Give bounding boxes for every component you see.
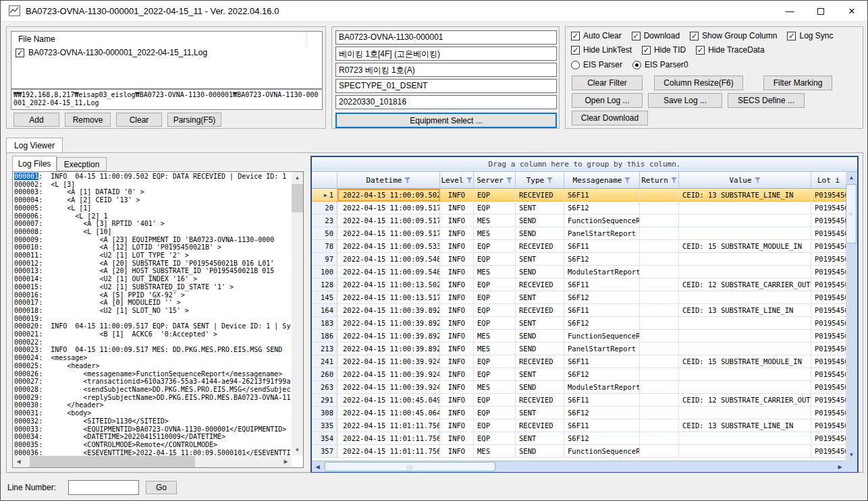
grid-cell[interactable]: S6F12: [564, 291, 640, 304]
grid-cell[interactable]: ModuleStartReport: [564, 266, 640, 278]
grid-cell[interactable]: INFO: [440, 419, 474, 432]
scrollbar-thumb[interactable]: [292, 184, 303, 212]
scroll-down-icon[interactable]: ▼: [846, 449, 857, 461]
log-line[interactable]: 000035: <CONTROLMODE>Remote</CONTROLMODE…: [14, 441, 292, 449]
open-log-button[interactable]: Open Log ...: [572, 93, 643, 108]
grid-header-lot-i[interactable]: Lot i: [811, 172, 846, 189]
log-line[interactable]: 000030: </header>: [14, 401, 292, 409]
grid-cell[interactable]: MES: [474, 330, 516, 343]
grid-cell[interactable]: P0195450: [811, 266, 846, 278]
grid-cell[interactable]: S6F11: [564, 240, 640, 253]
grid-cell[interactable]: INFO: [440, 214, 474, 227]
grid-cell[interactable]: 186: [312, 330, 337, 343]
grid-cell[interactable]: MES: [474, 214, 516, 227]
clear-button[interactable]: Clear: [116, 113, 162, 127]
grid-cell[interactable]: RECEVIED: [516, 419, 564, 432]
grid-cell[interactable]: EQP: [474, 240, 516, 253]
radio-eis-parser[interactable]: EIS Parser: [571, 60, 622, 69]
grid-cell[interactable]: S6F12: [564, 368, 640, 381]
checkbox-log-sync[interactable]: ✓Log Sync: [787, 31, 833, 40]
grid-cell[interactable]: 2022-04-15 11:00:39.924: [337, 381, 440, 394]
grid-cell[interactable]: [679, 432, 811, 445]
grid-cell[interactable]: 78: [312, 240, 337, 253]
grid-row[interactable]: 2412022-04-15 11:00:39.924INFOEQPRECEVIE…: [312, 355, 846, 368]
grid-cell[interactable]: P0195450: [811, 432, 846, 445]
grid-cell[interactable]: 2022-04-15 11:01:11.756: [337, 432, 440, 445]
log-text-area[interactable]: 000001: INFO 04-15 11:00:09.502 EQP: DAT…: [13, 172, 292, 456]
line-number-input[interactable]: [68, 480, 139, 495]
grid-cell[interactable]: P0195450: [811, 355, 846, 368]
grid-cell[interactable]: [640, 304, 679, 317]
scroll-up-icon[interactable]: ▲: [292, 172, 303, 183]
grid-header-return[interactable]: Return: [640, 172, 679, 189]
grid-cell[interactable]: SENT: [516, 253, 564, 266]
grid-cell[interactable]: P0195450: [811, 189, 846, 202]
filter-funnel-icon[interactable]: [506, 177, 512, 183]
tab-log-viewer[interactable]: Log Viewer: [6, 138, 63, 153]
log-line[interactable]: 000016: <A [5] PPID 'GX-92' >: [14, 291, 292, 299]
equipment-name-field[interactable]: 베이킹 1호[4F] (고온베이킹): [335, 47, 557, 61]
grid-cell[interactable]: 308: [312, 407, 337, 419]
grid-cell[interactable]: INFO: [440, 304, 474, 317]
grid-cell[interactable]: [640, 227, 679, 240]
checkbox-hide-linktest[interactable]: ✓Hide LinkTest: [571, 45, 632, 55]
grid-cell[interactable]: EQP: [474, 394, 516, 407]
grid-cell[interactable]: 2022-04-15 11:00:09.502: [337, 189, 440, 202]
grid-cell[interactable]: RECEVIED: [516, 304, 564, 317]
grid-cell[interactable]: [679, 381, 811, 394]
grid-cell[interactable]: 2022-04-15 11:00:09.548: [337, 266, 440, 278]
grid-cell[interactable]: INFO: [440, 445, 474, 458]
grid-cell[interactable]: P0195450: [811, 317, 846, 330]
log-line[interactable]: 000020: INFO 04-15 11:00:09.517 EQP: DAT…: [14, 322, 292, 330]
grid-cell[interactable]: 2022-04-15 11:00:39.924: [337, 368, 440, 381]
grid-cell[interactable]: [640, 355, 679, 368]
grid-cell[interactable]: SENT: [516, 202, 564, 214]
grid-cell[interactable]: CEID: 15 SUBSTRATE_MODULE_IN: [679, 240, 811, 253]
grid-cell[interactable]: SENT: [516, 368, 564, 381]
grid-cell[interactable]: S6F12: [564, 432, 640, 445]
grid-cell[interactable]: SEND: [516, 266, 564, 278]
grid-cell[interactable]: RECEVIED: [516, 189, 564, 202]
grid-cell[interactable]: [679, 343, 811, 355]
grid-cell[interactable]: INFO: [440, 189, 474, 202]
grid-cell[interactable]: INFO: [440, 278, 474, 291]
radio-eis-parser0[interactable]: EIS Parser0: [632, 60, 688, 69]
grid-cell[interactable]: EQP: [474, 419, 516, 432]
grid-cell[interactable]: SEND: [516, 445, 564, 458]
grid-cell[interactable]: [640, 445, 679, 458]
grid-header-level[interactable]: Level: [440, 172, 474, 189]
grid-cell[interactable]: PanelStartReport: [564, 227, 640, 240]
scroll-right-icon[interactable]: ▶: [834, 461, 846, 473]
grid-cell[interactable]: 2022-04-15 11:00:39.924: [337, 355, 440, 368]
grid-cell[interactable]: EQP: [474, 432, 516, 445]
log-line[interactable]: 000026: <messagename>FunctionSequenceRep…: [14, 370, 292, 378]
log-line[interactable]: 000018: <U2 [1] SLOT_NO '15' >: [14, 307, 292, 315]
grid-header-corner[interactable]: [312, 172, 337, 189]
checkbox-hide-tracedata[interactable]: ✓Hide TraceData: [696, 45, 764, 55]
grid-cell[interactable]: [640, 368, 679, 381]
grid-row[interactable]: 972022-04-15 11:00:09.548INFOEQPSENTS6F1…: [312, 253, 846, 266]
grid-cell[interactable]: P0195450: [811, 227, 846, 240]
grid-cell[interactable]: RECEVIED: [516, 355, 564, 368]
grid-cell[interactable]: S6F12: [564, 253, 640, 266]
grid-cell[interactable]: 2022-04-15 11:00:45.049: [337, 394, 440, 407]
grid-cell[interactable]: SEND: [516, 227, 564, 240]
grid-horizontal-scrollbar[interactable]: ◀ ||| ▶: [312, 461, 846, 472]
grid-cell[interactable]: 213: [312, 343, 337, 355]
grid-cell[interactable]: [640, 407, 679, 419]
log-line[interactable]: 000019:: [14, 315, 292, 323]
scroll-up-icon[interactable]: ▲: [846, 172, 857, 183]
grid-cell[interactable]: 335: [312, 419, 337, 432]
log-line[interactable]: 000029: <replySubjectName>DD.PKG.EIS.PRO…: [14, 394, 292, 402]
grid-cell[interactable]: INFO: [440, 227, 474, 240]
grid-cell[interactable]: 2022-04-15 11:01:11.756: [337, 419, 440, 432]
grid-cell[interactable]: [640, 381, 679, 394]
log-line[interactable]: 000025: <header>: [14, 362, 292, 370]
log-line[interactable]: 000005: <L [1]: [14, 204, 292, 212]
grid-cell[interactable]: [640, 278, 679, 291]
grid-cell[interactable]: INFO: [440, 381, 474, 394]
checkbox-download[interactable]: ✓Download: [632, 31, 680, 40]
grid-cell[interactable]: 2022-04-15 11:00:09.517: [337, 227, 440, 240]
grid-cell[interactable]: [679, 317, 811, 330]
grid-cell[interactable]: 291: [312, 394, 337, 407]
